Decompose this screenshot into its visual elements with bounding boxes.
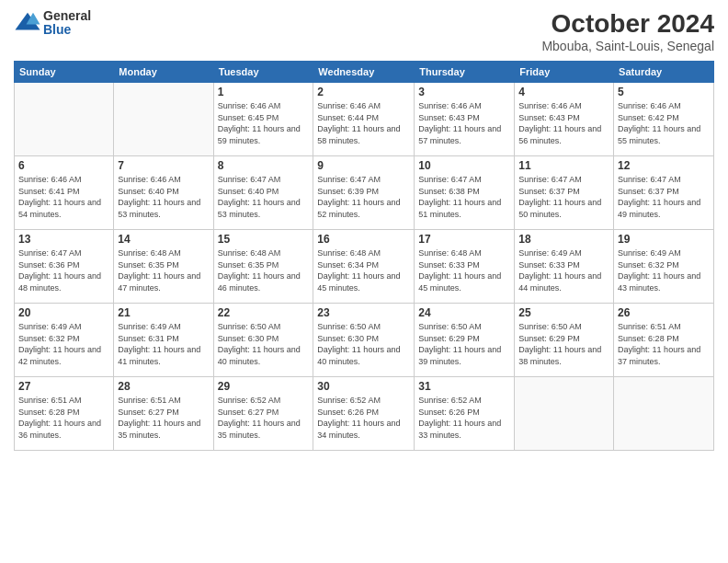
calendar-week-3: 13Sunrise: 6:47 AM Sunset: 6:36 PM Dayli… (15, 230, 714, 304)
calendar-week-2: 6Sunrise: 6:46 AM Sunset: 6:41 PM Daylig… (15, 156, 714, 230)
calendar-cell: 3Sunrise: 6:46 AM Sunset: 6:43 PM Daylig… (415, 83, 515, 156)
day-info: Sunrise: 6:48 AM Sunset: 6:35 PM Dayligh… (218, 247, 310, 293)
calendar-header-row: Sunday Monday Tuesday Wednesday Thursday… (15, 62, 714, 83)
calendar-cell: 5Sunrise: 6:46 AM Sunset: 6:42 PM Daylig… (614, 83, 714, 156)
day-info: Sunrise: 6:52 AM Sunset: 6:27 PM Dayligh… (218, 395, 310, 441)
calendar-cell: 24Sunrise: 6:50 AM Sunset: 6:29 PM Dayli… (415, 304, 515, 377)
day-info: Sunrise: 6:47 AM Sunset: 6:39 PM Dayligh… (317, 174, 410, 220)
day-number: 15 (218, 233, 310, 246)
day-number: 25 (518, 306, 609, 319)
calendar-cell: 31Sunrise: 6:52 AM Sunset: 6:26 PM Dayli… (415, 377, 515, 451)
day-info: Sunrise: 6:52 AM Sunset: 6:26 PM Dayligh… (418, 395, 510, 441)
day-number: 22 (218, 306, 310, 319)
col-wednesday: Wednesday (313, 62, 415, 83)
day-number: 16 (317, 233, 410, 246)
day-number: 10 (418, 159, 510, 172)
day-info: Sunrise: 6:48 AM Sunset: 6:34 PM Dayligh… (317, 247, 410, 293)
calendar-cell: 22Sunrise: 6:50 AM Sunset: 6:30 PM Dayli… (213, 304, 313, 377)
day-info: Sunrise: 6:47 AM Sunset: 6:40 PM Dayligh… (218, 174, 310, 220)
day-info: Sunrise: 6:46 AM Sunset: 6:42 PM Dayligh… (618, 100, 710, 146)
day-number: 23 (317, 306, 410, 319)
day-number: 6 (18, 159, 109, 172)
calendar-cell: 7Sunrise: 6:46 AM Sunset: 6:40 PM Daylig… (114, 156, 213, 230)
calendar-cell: 10Sunrise: 6:47 AM Sunset: 6:38 PM Dayli… (415, 156, 515, 230)
day-number: 28 (118, 380, 209, 393)
day-number: 7 (118, 159, 209, 172)
logo-icon (14, 9, 41, 37)
day-info: Sunrise: 6:50 AM Sunset: 6:29 PM Dayligh… (418, 321, 510, 367)
day-number: 29 (218, 380, 310, 393)
calendar-cell: 28Sunrise: 6:51 AM Sunset: 6:27 PM Dayli… (114, 377, 213, 451)
calendar-cell: 18Sunrise: 6:49 AM Sunset: 6:33 PM Dayli… (515, 230, 614, 304)
day-number: 18 (518, 233, 609, 246)
calendar-cell: 17Sunrise: 6:48 AM Sunset: 6:33 PM Dayli… (415, 230, 515, 304)
calendar-cell: 29Sunrise: 6:52 AM Sunset: 6:27 PM Dayli… (213, 377, 313, 451)
calendar-cell: 26Sunrise: 6:51 AM Sunset: 6:28 PM Dayli… (614, 304, 714, 377)
col-thursday: Thursday (415, 62, 515, 83)
day-number: 27 (18, 380, 109, 393)
logo: General Blue (14, 9, 91, 38)
day-info: Sunrise: 6:46 AM Sunset: 6:41 PM Dayligh… (18, 174, 109, 220)
calendar-cell: 16Sunrise: 6:48 AM Sunset: 6:34 PM Dayli… (313, 230, 415, 304)
calendar-cell: 27Sunrise: 6:51 AM Sunset: 6:28 PM Dayli… (15, 377, 114, 451)
col-tuesday: Tuesday (213, 62, 313, 83)
day-number: 5 (618, 86, 710, 98)
col-saturday: Saturday (614, 62, 714, 83)
day-number: 12 (618, 159, 710, 172)
calendar-cell: 30Sunrise: 6:52 AM Sunset: 6:26 PM Dayli… (313, 377, 415, 451)
day-number: 1 (218, 86, 310, 98)
day-info: Sunrise: 6:51 AM Sunset: 6:27 PM Dayligh… (118, 395, 209, 441)
calendar-cell: 20Sunrise: 6:49 AM Sunset: 6:32 PM Dayli… (15, 304, 114, 377)
calendar-week-5: 27Sunrise: 6:51 AM Sunset: 6:28 PM Dayli… (15, 377, 714, 451)
day-number: 9 (317, 159, 410, 172)
day-number: 19 (618, 233, 710, 246)
calendar-cell: 13Sunrise: 6:47 AM Sunset: 6:36 PM Dayli… (15, 230, 114, 304)
day-number: 20 (18, 306, 109, 319)
day-info: Sunrise: 6:48 AM Sunset: 6:33 PM Dayligh… (418, 247, 510, 293)
col-friday: Friday (515, 62, 614, 83)
day-number: 4 (518, 86, 609, 98)
day-info: Sunrise: 6:46 AM Sunset: 6:43 PM Dayligh… (418, 100, 510, 146)
calendar-cell: 15Sunrise: 6:48 AM Sunset: 6:35 PM Dayli… (213, 230, 313, 304)
calendar: Sunday Monday Tuesday Wednesday Thursday… (14, 61, 714, 451)
day-number: 2 (317, 86, 410, 98)
day-number: 14 (118, 233, 209, 246)
day-number: 3 (418, 86, 510, 98)
day-info: Sunrise: 6:50 AM Sunset: 6:30 PM Dayligh… (218, 321, 310, 367)
day-info: Sunrise: 6:47 AM Sunset: 6:37 PM Dayligh… (518, 174, 609, 220)
calendar-cell: 19Sunrise: 6:49 AM Sunset: 6:32 PM Dayli… (614, 230, 714, 304)
day-number: 26 (618, 306, 710, 319)
day-info: Sunrise: 6:47 AM Sunset: 6:37 PM Dayligh… (618, 174, 710, 220)
col-monday: Monday (114, 62, 213, 83)
location-subtitle: Mbouba, Saint-Louis, Senegal (541, 39, 714, 53)
day-number: 21 (118, 306, 209, 319)
calendar-cell (515, 377, 614, 451)
day-info: Sunrise: 6:49 AM Sunset: 6:33 PM Dayligh… (518, 247, 609, 293)
day-info: Sunrise: 6:52 AM Sunset: 6:26 PM Dayligh… (317, 395, 410, 441)
calendar-cell: 8Sunrise: 6:47 AM Sunset: 6:40 PM Daylig… (213, 156, 313, 230)
title-section: October 2024 Mbouba, Saint-Louis, Senega… (541, 9, 714, 53)
day-info: Sunrise: 6:46 AM Sunset: 6:43 PM Dayligh… (518, 100, 609, 146)
page: General Blue October 2024 Mbouba, Saint-… (0, 0, 728, 563)
day-info: Sunrise: 6:47 AM Sunset: 6:38 PM Dayligh… (418, 174, 510, 220)
calendar-cell: 14Sunrise: 6:48 AM Sunset: 6:35 PM Dayli… (114, 230, 213, 304)
calendar-cell: 1Sunrise: 6:46 AM Sunset: 6:45 PM Daylig… (213, 83, 313, 156)
calendar-cell: 6Sunrise: 6:46 AM Sunset: 6:41 PM Daylig… (15, 156, 114, 230)
day-info: Sunrise: 6:48 AM Sunset: 6:35 PM Dayligh… (118, 247, 209, 293)
day-info: Sunrise: 6:49 AM Sunset: 6:32 PM Dayligh… (618, 247, 710, 293)
day-number: 31 (418, 380, 510, 393)
day-info: Sunrise: 6:49 AM Sunset: 6:32 PM Dayligh… (18, 321, 109, 367)
day-info: Sunrise: 6:51 AM Sunset: 6:28 PM Dayligh… (618, 321, 710, 367)
day-number: 8 (218, 159, 310, 172)
day-info: Sunrise: 6:46 AM Sunset: 6:44 PM Dayligh… (317, 100, 410, 146)
col-sunday: Sunday (15, 62, 114, 83)
calendar-cell: 11Sunrise: 6:47 AM Sunset: 6:37 PM Dayli… (515, 156, 614, 230)
logo-general: General (43, 8, 91, 23)
calendar-week-4: 20Sunrise: 6:49 AM Sunset: 6:32 PM Dayli… (15, 304, 714, 377)
calendar-cell (15, 83, 114, 156)
day-number: 11 (518, 159, 609, 172)
day-info: Sunrise: 6:49 AM Sunset: 6:31 PM Dayligh… (118, 321, 209, 367)
day-info: Sunrise: 6:50 AM Sunset: 6:30 PM Dayligh… (317, 321, 410, 367)
calendar-week-1: 1Sunrise: 6:46 AM Sunset: 6:45 PM Daylig… (15, 83, 714, 156)
day-number: 24 (418, 306, 510, 319)
